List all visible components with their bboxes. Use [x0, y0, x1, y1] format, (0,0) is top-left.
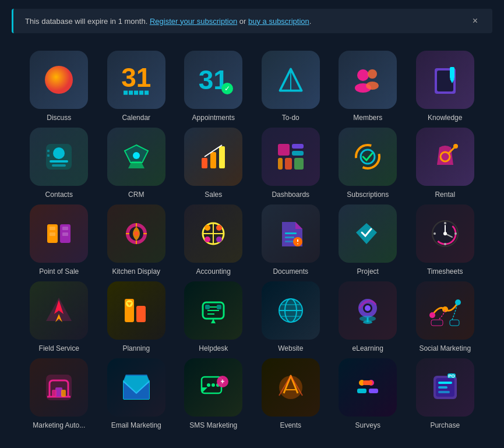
svg-rect-128 [438, 382, 452, 384]
app-rental[interactable]: Rental [410, 128, 481, 199]
svg-rect-23 [292, 144, 304, 149]
svg-point-49 [205, 225, 210, 231]
svg-point-95 [442, 306, 448, 312]
app-fieldservice[interactable]: Field Service [23, 281, 95, 352]
app-smsmarketing[interactable]: + SMS Marketing [178, 358, 249, 429]
svg-point-52 [216, 237, 222, 242]
app-website[interactable]: Website [255, 281, 327, 352]
app-crm[interactable]: CRM [101, 128, 172, 199]
app-socialmarketing[interactable]: Social Marketing [410, 281, 481, 352]
app-project[interactable]: Project [332, 204, 404, 276]
svg-rect-25 [278, 158, 283, 170]
app-kitchen[interactable]: Kitchen Display [101, 204, 172, 276]
app-members[interactable]: Members [332, 51, 404, 122]
svg-rect-21 [219, 146, 225, 168]
app-todo[interactable]: To-do [255, 51, 327, 122]
svg-rect-54 [285, 237, 294, 238]
buy-link[interactable]: buy a subscription [248, 17, 309, 26]
svg-point-13 [53, 147, 65, 159]
svg-point-4 [357, 69, 369, 81]
svg-rect-80 [205, 305, 210, 309]
svg-point-18 [133, 152, 140, 159]
svg-point-119 [279, 376, 302, 399]
app-knowledge[interactable]: Knowledge [410, 51, 481, 122]
app-accounting[interactable]: Accounting [178, 204, 249, 276]
svg-rect-71 [136, 306, 146, 322]
svg-rect-53 [285, 232, 297, 234]
svg-rect-103 [61, 390, 66, 397]
svg-point-67 [444, 243, 446, 245]
svg-rect-124 [369, 389, 378, 393]
svg-rect-97 [431, 320, 443, 326]
svg-rect-10 [450, 67, 454, 79]
svg-point-64 [443, 232, 447, 235]
svg-rect-37 [62, 227, 68, 230]
svg-point-68 [433, 232, 436, 235]
app-purchase[interactable]: PO Purchase [410, 358, 481, 429]
app-appointments[interactable]: 31 ✓ Appointments [178, 51, 249, 122]
svg-point-7 [366, 82, 379, 90]
svg-point-114 [207, 383, 210, 387]
app-events[interactable]: Events [255, 358, 327, 429]
app-planning[interactable]: Planning [101, 281, 172, 352]
svg-rect-22 [278, 144, 290, 156]
svg-point-41 [134, 231, 139, 236]
svg-rect-102 [52, 390, 57, 397]
svg-point-66 [454, 232, 457, 235]
svg-point-51 [205, 237, 210, 242]
app-discuss[interactable]: Discuss [23, 51, 95, 122]
app-emailmarketing[interactable]: Email Marketing [101, 358, 172, 429]
app-marketingauto[interactable]: Marketing Auto... [23, 358, 95, 429]
app-calendar[interactable]: 31 ◼◼◼◼◼ Calendar [101, 51, 172, 122]
svg-rect-17 [47, 154, 50, 157]
app-helpdesk[interactable]: Helpdesk [178, 281, 249, 352]
svg-point-6 [368, 69, 377, 79]
svg-rect-125 [363, 380, 372, 385]
app-surveys[interactable]: Surveys [332, 358, 404, 429]
svg-rect-27 [294, 158, 304, 170]
app-dashboards[interactable]: Dashboards [255, 128, 327, 199]
svg-point-93 [365, 305, 371, 311]
svg-rect-123 [357, 389, 366, 393]
svg-rect-15 [52, 164, 66, 167]
svg-point-0 [45, 66, 73, 94]
svg-rect-16 [47, 150, 50, 152]
app-contacts[interactable]: Contacts [23, 128, 95, 199]
svg-rect-35 [50, 227, 55, 230]
app-subscriptions[interactable]: Subscriptions [332, 128, 404, 199]
app-pos[interactable]: Point of Sale [23, 204, 95, 276]
svg-point-115 [212, 383, 215, 387]
svg-point-32 [453, 144, 458, 149]
svg-rect-14 [50, 160, 68, 163]
svg-point-50 [216, 225, 222, 231]
svg-text:+: + [221, 378, 225, 386]
svg-rect-130 [438, 391, 450, 393]
svg-rect-81 [217, 305, 221, 309]
svg-point-94 [429, 312, 435, 318]
register-link[interactable]: Register your subscription [150, 17, 237, 26]
svg-rect-19 [202, 158, 207, 168]
app-sales[interactable]: Sales [178, 128, 249, 199]
svg-rect-20 [210, 152, 216, 168]
notification-bar: This database will expire in 1 month. Re… [12, 9, 492, 33]
svg-rect-38 [62, 232, 68, 236]
svg-point-91 [363, 320, 372, 324]
svg-point-28 [356, 145, 379, 168]
apps-grid: Discuss 31 ◼◼◼◼◼ Calendar 31 ✓ Appointme… [0, 39, 504, 441]
notification-text: This database will expire in 1 month. Re… [25, 17, 311, 26]
svg-rect-24 [292, 151, 304, 156]
svg-rect-98 [450, 320, 459, 326]
svg-point-65 [444, 222, 446, 224]
svg-rect-129 [438, 386, 447, 389]
svg-text:PO: PO [448, 373, 455, 379]
app-documents[interactable]: Documents [255, 204, 327, 276]
close-button[interactable]: × [470, 16, 481, 26]
app-timesheets[interactable]: Timesheets [410, 204, 481, 276]
svg-rect-26 [285, 158, 292, 170]
app-elearning[interactable]: eLearning [332, 281, 404, 352]
svg-rect-36 [50, 232, 55, 236]
